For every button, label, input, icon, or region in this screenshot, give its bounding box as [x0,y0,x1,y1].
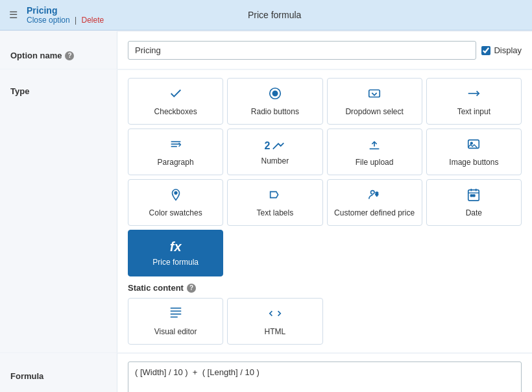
type-label-cell: Type [0,69,117,352]
option-name-section: Option name ? Display [0,31,532,69]
display-checkbox[interactable] [481,46,490,55]
option-name-label: Option name [10,51,62,60]
type-label: Type [10,86,29,96]
type-card-customer-price[interactable]: $ Customer defined price [327,179,422,226]
type-card-price-formula[interactable]: fx Price formula [128,230,223,276]
visual-editor-icon [169,306,183,324]
link-separator: | [75,16,77,25]
type-card-visual-editor[interactable]: Visual editor [128,298,223,345]
number-icon: 2 [264,139,285,153]
delete-link[interactable]: Delete [82,16,104,25]
type-card-file-upload[interactable]: File upload [327,129,422,175]
formula-section: Formula ( [Width] / 10 ) + ( [Length] / … [0,352,532,392]
type-card-price-formula-label: Price formula [152,258,199,268]
type-card-file-upload-label: File upload [356,158,394,168]
paragraph-icon [169,137,183,154]
type-card-text-input-label: Text input [457,107,490,117]
fx-icon: fx [170,239,182,254]
type-grid: Checkboxes Radio buttons Dropdown select [128,78,522,226]
file-upload-icon [367,137,381,154]
type-card-date[interactable]: Date [426,179,522,226]
type-card-text-labels-label: Text labels [257,208,294,219]
type-card-color-swatches[interactable]: Color swatches [128,179,223,226]
top-bar: ☰ Pricing Close option | Delete Price fo… [0,0,532,31]
option-name-help-icon[interactable]: ? [65,51,74,60]
svg-rect-17 [471,195,473,197]
text-labels-icon [268,188,282,205]
type-card-number[interactable]: 2 Number [227,129,322,175]
type-card-number-label: Number [261,156,289,167]
type-card-html[interactable]: HTML [227,298,322,345]
type-card-image-buttons[interactable]: Image buttons [426,129,522,175]
top-bar-title: Pricing [27,5,104,16]
type-card-customer-price-label: Customer defined price [334,208,415,219]
formula-content: ( [Width] / 10 ) + ( [Length] / 10 ) Pro… [117,353,532,392]
display-checkbox-wrap: Display [481,45,522,55]
color-swatches-icon [169,188,183,205]
option-name-label-cell: Option name ? [0,31,117,69]
type-card-dropdown-label: Dropdown select [345,107,403,117]
menu-icon[interactable]: ☰ [9,9,18,21]
image-buttons-icon [466,137,481,154]
customer-price-icon: $ [367,188,381,205]
type-card-checkboxes[interactable]: Checkboxes [128,78,223,125]
display-label: Display [494,45,522,55]
static-content-help-icon[interactable]: ? [187,284,196,293]
svg-point-11 [371,191,375,195]
close-option-link[interactable]: Close option [27,16,70,25]
top-bar-left: ☰ Pricing Close option | Delete [9,5,104,25]
top-bar-center-title: Price formula [248,10,301,20]
svg-point-10 [175,192,177,195]
option-name-input[interactable] [128,41,476,60]
type-card-text-input[interactable]: Text input [426,78,522,125]
type-card-date-label: Date [466,208,482,219]
type-card-paragraph[interactable]: Paragraph [128,129,223,175]
type-card-image-buttons-label: Image buttons [449,158,498,168]
type-grid-row4: fx Price formula [128,230,522,276]
checkbox-icon [169,86,183,104]
svg-point-9 [471,142,473,144]
type-card-checkboxes-label: Checkboxes [154,107,197,117]
text-input-icon [466,86,481,104]
type-card-paragraph-label: Paragraph [158,158,194,168]
type-section: Type Checkboxes Radio buttons [0,69,532,352]
static-content-grid: Visual editor HTML [128,298,522,345]
radio-icon [268,86,282,104]
formula-label: Formula [10,371,43,381]
type-card-radio[interactable]: Radio buttons [227,78,322,125]
option-name-content: Display [117,31,532,69]
type-card-dropdown[interactable]: Dropdown select [327,78,422,125]
svg-text:$: $ [376,191,378,197]
type-content: Checkboxes Radio buttons Dropdown select [117,69,532,352]
formula-label-cell: Formula [0,353,117,392]
type-card-visual-editor-label: Visual editor [154,327,197,337]
date-icon [466,188,481,205]
static-content-label: Static content ? [128,283,522,293]
type-card-radio-label: Radio buttons [251,107,299,117]
type-card-color-swatches-label: Color swatches [149,208,202,219]
static-content-section: Static content ? Visual editor HTML [128,283,522,345]
type-card-text-labels[interactable]: Text labels [227,179,322,226]
html-icon [268,306,282,324]
formula-textarea[interactable]: ( [Width] / 10 ) + ( [Length] / 10 ) [128,361,522,392]
type-card-html-label: HTML [265,327,286,337]
svg-rect-18 [473,195,475,197]
svg-rect-8 [468,140,479,149]
top-bar-links: Close option | Delete [27,16,104,25]
svg-point-1 [272,92,277,96]
dropdown-icon [367,86,381,104]
